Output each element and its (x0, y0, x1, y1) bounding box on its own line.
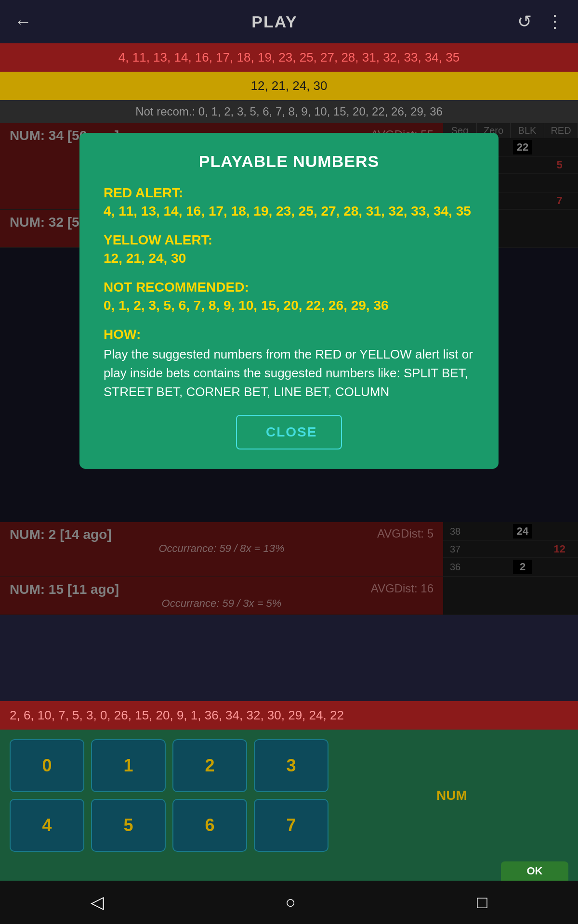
modal-how-section: HOW: Play the suggested numbers from the… (104, 327, 474, 401)
num-btn-1[interactable]: 1 (91, 739, 166, 792)
modal-red-value: 4, 11, 13, 14, 16, 17, 18, 19, 23, 25, 2… (104, 204, 474, 219)
modal-overlay: PLAYABLE NUMBERS RED ALERT: 4, 11, 13, 1… (0, 123, 578, 615)
modal-title: PLAYABLE NUMBERS (104, 152, 474, 171)
back-icon[interactable]: ← (14, 12, 32, 32)
menu-icon[interactable]: ⋮ (546, 12, 564, 32)
num-btn-3[interactable]: 3 (254, 739, 328, 792)
page-title: PLAY (251, 13, 298, 31)
num-label: NUM (335, 739, 568, 852)
replay-icon[interactable]: ↺ (517, 12, 532, 32)
modal-dialog: PLAYABLE NUMBERS RED ALERT: 4, 11, 13, 1… (79, 133, 499, 469)
back-nav-icon[interactable]: ◁ (91, 892, 104, 912)
bottom-section: 2, 6, 10, 7, 5, 3, 0, 26, 15, 20, 9, 1, … (0, 701, 578, 881)
scroll-numbers-bar: 2, 6, 10, 7, 5, 3, 0, 26, 15, 20, 9, 1, … (0, 701, 578, 730)
yellow-alert-bar: 12, 21, 24, 30 (0, 72, 578, 100)
num-btn-0[interactable]: 0 (10, 739, 84, 792)
not-rec-bar: Not recom.: 0, 1, 2, 3, 5, 6, 7, 8, 9, 1… (0, 100, 578, 123)
num-btn-7[interactable]: 7 (254, 799, 328, 852)
num-btn-4[interactable]: 4 (10, 799, 84, 852)
modal-yellow-section: YELLOW ALERT: 12, 21, 24, 30 (104, 232, 474, 266)
modal-red-label: RED ALERT: (104, 185, 474, 201)
number-grid: 0 1 2 3 NUM 4 5 6 7 (0, 730, 578, 861)
home-nav-icon[interactable]: ○ (285, 892, 296, 912)
modal-yellow-value: 12, 21, 24, 30 (104, 251, 474, 266)
recent-nav-icon[interactable]: □ (477, 892, 487, 912)
modal-yellow-label: YELLOW ALERT: (104, 232, 474, 248)
close-button[interactable]: CLOSE (236, 415, 342, 449)
modal-how-text: Play the suggested numbers from the RED … (104, 345, 474, 401)
modal-notrec-label: NOT RECOMMENDED: (104, 280, 474, 295)
ok-button[interactable]: OK (501, 861, 568, 881)
num-btn-2[interactable]: 2 (172, 739, 247, 792)
modal-notrec-section: NOT RECOMMENDED: 0, 1, 2, 3, 5, 6, 7, 8,… (104, 280, 474, 313)
top-bar: ← PLAY ↺ ⋮ (0, 0, 578, 43)
android-nav: ◁ ○ □ (0, 881, 578, 924)
modal-how-label: HOW: (104, 327, 474, 342)
modal-red-section: RED ALERT: 4, 11, 13, 14, 16, 17, 18, 19… (104, 185, 474, 219)
modal-notrec-value: 0, 1, 2, 3, 5, 6, 7, 8, 9, 10, 15, 20, 2… (104, 298, 474, 313)
content-area: NUM: 34 [56 ago] AVGDist: 55 Occurrance:… (0, 123, 578, 615)
red-alert-bar: 4, 11, 13, 14, 16, 17, 18, 19, 23, 25, 2… (0, 43, 578, 72)
num-btn-6[interactable]: 6 (172, 799, 247, 852)
num-btn-5[interactable]: 5 (91, 799, 166, 852)
top-bar-actions: ↺ ⋮ (517, 12, 564, 32)
